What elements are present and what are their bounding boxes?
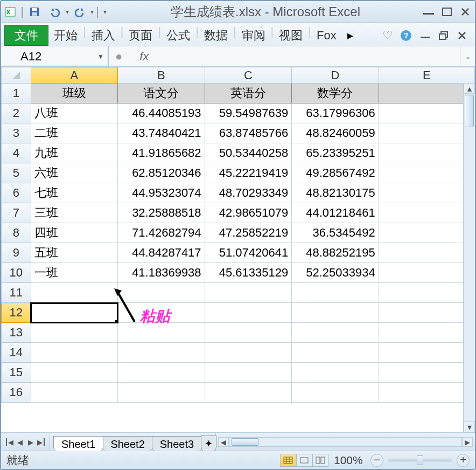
cell-C8[interactable]: 47.25852219 bbox=[205, 223, 292, 243]
zoom-out-button[interactable]: − bbox=[370, 454, 383, 467]
sheet-tab-sheet3[interactable]: Sheet3 bbox=[152, 436, 202, 451]
cell-B15[interactable] bbox=[118, 363, 205, 383]
cell-D12[interactable] bbox=[292, 303, 379, 323]
ribbon-tab-view[interactable]: 视图 bbox=[275, 25, 307, 46]
cell-A9[interactable]: 五班 bbox=[31, 243, 118, 263]
cell-E5[interactable] bbox=[379, 163, 474, 183]
cell-B13[interactable] bbox=[118, 323, 205, 343]
cell-B3[interactable]: 43.74840421 bbox=[118, 123, 205, 143]
cell-C1[interactable]: 英语分 bbox=[205, 84, 292, 103]
vertical-scrollbar[interactable]: ▴ ▾ bbox=[463, 83, 475, 432]
redo-button[interactable] bbox=[70, 4, 89, 19]
cell-E8[interactable] bbox=[379, 223, 474, 243]
cell-D5[interactable]: 49.28567492 bbox=[292, 163, 379, 183]
row-header-8[interactable]: 8 bbox=[2, 223, 31, 243]
cell-D13[interactable] bbox=[292, 323, 379, 343]
page-break-view-button[interactable] bbox=[312, 454, 328, 467]
cell-B7[interactable]: 32.25888518 bbox=[118, 203, 205, 223]
sheet-nav-last-icon[interactable]: ▸I bbox=[37, 436, 46, 448]
hscroll-thumb[interactable] bbox=[232, 438, 258, 446]
cell-B4[interactable]: 41.91865682 bbox=[118, 143, 205, 163]
row-header-3[interactable]: 3 bbox=[2, 123, 31, 143]
horizontal-scrollbar[interactable]: ◂ ▸ bbox=[215, 433, 475, 451]
namebox-dropdown-icon[interactable]: ▼ bbox=[97, 53, 104, 60]
scroll-right-icon[interactable]: ▸ bbox=[462, 437, 473, 447]
mdi-close-button[interactable] bbox=[456, 30, 468, 41]
col-header-C[interactable]: C bbox=[205, 67, 292, 84]
cell-B11[interactable] bbox=[118, 283, 205, 303]
sheet-nav-first-icon[interactable]: I◂ bbox=[4, 436, 14, 448]
cell-A6[interactable]: 七班 bbox=[31, 183, 118, 203]
cell-C13[interactable] bbox=[205, 323, 292, 343]
cell-E3[interactable] bbox=[379, 123, 474, 143]
row-header-13[interactable]: 13 bbox=[2, 323, 31, 343]
row-header-14[interactable]: 14 bbox=[2, 343, 31, 363]
cell-E1[interactable] bbox=[379, 84, 474, 103]
cell-A5[interactable]: 六班 bbox=[31, 163, 118, 183]
cell-C9[interactable]: 51.07420641 bbox=[205, 243, 292, 263]
cell-A3[interactable]: 二班 bbox=[31, 123, 118, 143]
ribbon-minimize-icon[interactable]: ♡ bbox=[379, 25, 396, 46]
cell-C4[interactable]: 50.53440258 bbox=[205, 143, 292, 163]
row-header-1[interactable]: 1 bbox=[2, 84, 31, 103]
scroll-down-icon[interactable]: ▾ bbox=[464, 421, 475, 432]
sheet-nav-next-icon[interactable]: ▸ bbox=[26, 436, 36, 448]
cell-D10[interactable]: 52.25033934 bbox=[292, 263, 379, 283]
col-header-A[interactable]: A bbox=[31, 67, 118, 84]
cell-D2[interactable]: 63.17996306 bbox=[292, 103, 379, 123]
ribbon-tab-home[interactable]: 开始 bbox=[50, 25, 82, 46]
row-header-15[interactable]: 15 bbox=[2, 363, 31, 383]
new-sheet-button[interactable]: ✦ bbox=[201, 436, 216, 451]
cell-E4[interactable] bbox=[379, 143, 474, 163]
close-button[interactable] bbox=[459, 6, 472, 17]
cell-A15[interactable] bbox=[31, 363, 118, 383]
page-layout-view-button[interactable] bbox=[296, 454, 312, 467]
minimize-button[interactable] bbox=[422, 6, 435, 17]
cell-C12[interactable] bbox=[205, 303, 292, 323]
cell-C7[interactable]: 42.98651079 bbox=[205, 203, 292, 223]
cell-B5[interactable]: 62.85120346 bbox=[118, 163, 205, 183]
vscroll-thumb[interactable] bbox=[465, 95, 474, 127]
cell-B2[interactable]: 46.44085193 bbox=[118, 103, 205, 123]
cell-C5[interactable]: 45.22219419 bbox=[205, 163, 292, 183]
col-header-B[interactable]: B bbox=[118, 67, 205, 84]
cell-B16[interactable] bbox=[118, 383, 205, 403]
cell-E15[interactable] bbox=[379, 363, 474, 383]
cell-D9[interactable]: 48.88252195 bbox=[292, 243, 379, 263]
cell-A10[interactable]: 一班 bbox=[31, 263, 118, 283]
ribbon-tab-insert[interactable]: 插入 bbox=[87, 25, 120, 46]
cell-D8[interactable]: 36.5345492 bbox=[292, 223, 379, 243]
row-header-11[interactable]: 11 bbox=[2, 283, 31, 303]
row-header-10[interactable]: 10 bbox=[2, 263, 31, 283]
mdi-restore-button[interactable] bbox=[437, 30, 450, 41]
cell-E9[interactable] bbox=[379, 243, 474, 263]
cell-D15[interactable] bbox=[292, 363, 379, 383]
undo-dropdown-icon[interactable]: ▾ bbox=[66, 8, 69, 16]
row-header-2[interactable]: 2 bbox=[2, 103, 31, 123]
cell-C16[interactable] bbox=[205, 383, 292, 403]
row-header-5[interactable]: 5 bbox=[2, 163, 31, 183]
cell-E13[interactable] bbox=[379, 323, 474, 343]
cell-A16[interactable] bbox=[31, 383, 118, 403]
ribbon-tab-formulas[interactable]: 公式 bbox=[162, 25, 194, 46]
cell-B1[interactable]: 语文分 bbox=[118, 84, 205, 103]
select-all-corner[interactable] bbox=[2, 67, 31, 84]
ribbon-scroll-icon[interactable]: ▸ bbox=[342, 25, 359, 46]
cell-D6[interactable]: 48.82130175 bbox=[292, 183, 379, 203]
cell-E16[interactable] bbox=[379, 383, 474, 403]
cell-E12[interactable] bbox=[379, 303, 474, 323]
row-header-16[interactable]: 16 bbox=[2, 383, 31, 403]
cell-A11[interactable] bbox=[31, 283, 118, 303]
cell-C15[interactable] bbox=[205, 363, 292, 383]
cell-B9[interactable]: 44.84287417 bbox=[118, 243, 205, 263]
cell-B6[interactable]: 44.95323074 bbox=[118, 183, 205, 203]
scroll-left-icon[interactable]: ◂ bbox=[218, 437, 229, 447]
row-header-7[interactable]: 7 bbox=[2, 203, 31, 223]
ribbon-tab-review[interactable]: 审阅 bbox=[237, 25, 270, 46]
zoom-slider-thumb[interactable] bbox=[417, 455, 423, 465]
cancel-edit-icon[interactable]: ● bbox=[115, 50, 122, 64]
cell-D11[interactable] bbox=[292, 283, 379, 303]
cell-D7[interactable]: 44.01218461 bbox=[292, 203, 379, 223]
expand-formula-bar-icon[interactable]: ⌄ bbox=[460, 46, 475, 66]
cell-A8[interactable]: 四班 bbox=[31, 223, 118, 243]
